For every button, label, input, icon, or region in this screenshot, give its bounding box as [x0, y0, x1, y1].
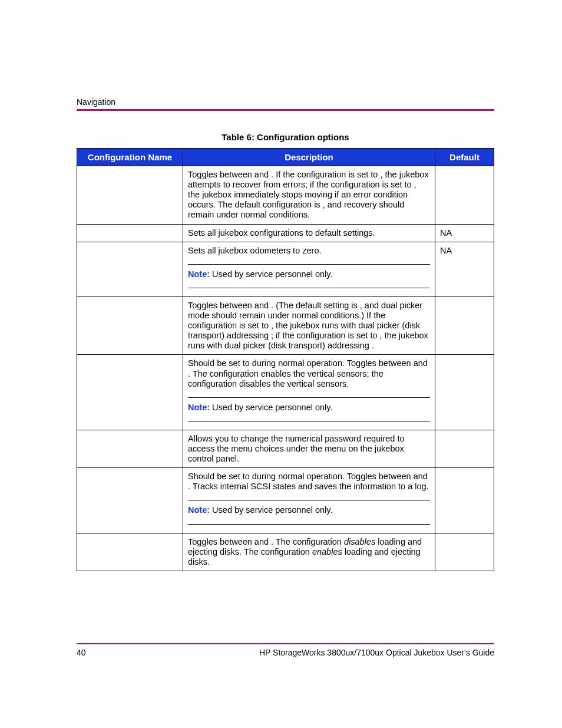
header-config-name: Configuration Name [77, 149, 183, 166]
cell-description: Sets all jukebox configurations to defau… [183, 224, 435, 242]
document-title: HP StorageWorks 3800ux/7100ux Optical Ju… [259, 648, 494, 657]
table-header-row: Configuration Name Description Default [77, 149, 494, 166]
cell-config-name [77, 355, 183, 430]
cell-config-name [77, 297, 183, 355]
table-row: Toggles between and . If the configurati… [77, 166, 494, 225]
note-text: Used by service personnel only. [212, 403, 332, 412]
table-row: Allows you to change the numerical passw… [77, 430, 494, 467]
note-block: Note: Used by service personnel only. [188, 500, 430, 524]
table-row: Should be set to during normal operation… [77, 355, 494, 430]
cell-default [435, 297, 494, 355]
header-description: Description [183, 149, 435, 166]
note-text: Used by service personnel only. [212, 269, 332, 279]
cell-description: Should be set to during normal operation… [183, 468, 435, 533]
cell-default [435, 355, 494, 430]
table-caption: Table 6: Configuration options [77, 132, 494, 142]
description-text: Should be set to during normal operation… [188, 358, 430, 388]
note-label: Note: [188, 269, 212, 279]
description-text: Should be set to during normal operation… [188, 472, 430, 492]
header-default: Default [435, 149, 494, 166]
header-rule [77, 109, 494, 111]
cell-default [435, 468, 494, 533]
cell-config-name [77, 468, 183, 533]
cell-description: Toggles between and . (The default setti… [183, 297, 435, 355]
table-row: Toggles between and . The configuration … [77, 533, 494, 571]
desc-part: Toggles between and . The configuration [188, 537, 344, 546]
cell-default [435, 533, 494, 571]
page: Navigation Table 6: Configuration option… [0, 0, 562, 728]
table-row: Toggles between and . (The default setti… [77, 297, 494, 355]
note-label: Note: [188, 403, 212, 412]
italic-word: disables [344, 537, 375, 546]
cell-description: Allows you to change the numerical passw… [183, 430, 435, 467]
page-footer: 40 HP StorageWorks 3800ux/7100ux Optical… [77, 643, 494, 657]
cell-description: Sets all jukebox odometers to zero. Note… [183, 242, 435, 297]
cell-description: Toggles between and . The configuration … [183, 533, 435, 571]
note-text: Used by service personnel only. [212, 505, 332, 515]
cell-config-name [77, 224, 183, 242]
cell-config-name [77, 166, 183, 225]
description-text: Sets all jukebox odometers to zero. [188, 246, 430, 256]
note-block: Note: Used by service personnel only. [188, 397, 430, 421]
table-row: Should be set to during normal operation… [77, 468, 494, 533]
navigation-section-label: Navigation [77, 97, 494, 107]
note-label: Note: [188, 505, 212, 515]
cell-description: Toggles between and . If the configurati… [183, 166, 435, 225]
footer-rule [77, 643, 494, 644]
page-number: 40 [77, 648, 86, 657]
table-row: Sets all jukebox odometers to zero. Note… [77, 242, 494, 297]
cell-default [435, 166, 494, 225]
note-block: Note: Used by service personnel only. [188, 264, 430, 288]
configuration-options-table: Configuration Name Description Default T… [77, 148, 494, 571]
table-row: Sets all jukebox configurations to defau… [77, 224, 494, 242]
cell-description: Should be set to during normal operation… [183, 355, 435, 430]
cell-config-name [77, 533, 183, 571]
cell-default [435, 430, 494, 467]
italic-word: enables [312, 547, 342, 556]
cell-config-name [77, 430, 183, 467]
cell-default: NA [435, 224, 494, 242]
cell-config-name [77, 242, 183, 297]
cell-default: NA [435, 242, 494, 297]
